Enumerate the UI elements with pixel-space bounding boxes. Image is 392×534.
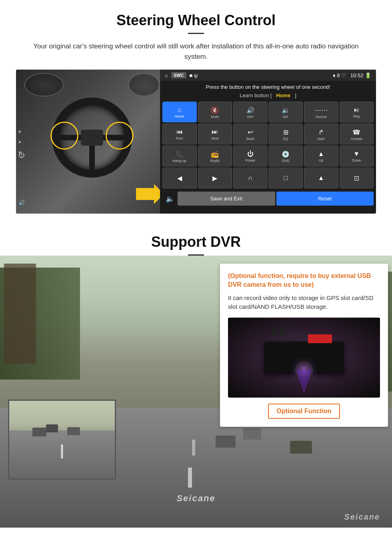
save-exit-button[interactable]: Save and Exit <box>178 192 275 206</box>
swc-button-grid: ⌂ Home 🔇 Mute 🔊 Vol+ 🔉 Vol- ⋯⋯ Sour <box>160 102 376 190</box>
volup-icon: 🔊 <box>246 106 254 114</box>
btn-next[interactable]: ⏭ Next <box>198 124 232 144</box>
btn-power-label: Power <box>245 158 256 162</box>
btn-volup[interactable]: 🔊 Vol+ <box>233 102 268 122</box>
power-icon: ⏻ <box>18 152 25 159</box>
header-icons: ■ ψ <box>190 72 198 78</box>
dvr-description: It can record video only to storage in G… <box>228 294 380 312</box>
swc-bottom-bar: 🔈 Save and Exit Reset <box>162 192 374 206</box>
btn-power[interactable]: ⏻ Power <box>233 146 268 166</box>
navi-icon: ↱ <box>318 128 324 136</box>
power-btn-icon: ⏻ <box>247 150 254 158</box>
swc-prompt: Press the button on the steering wheel o… <box>160 81 376 92</box>
btn-r1[interactable]: ◀ <box>162 168 197 188</box>
btn-source-label: Source <box>315 115 327 119</box>
swc-logo: SWC <box>171 72 186 78</box>
status-icons: ♦ 8 ♡ 10:52 🔋 <box>333 72 371 78</box>
btn-up[interactable]: ▲ Up <box>304 146 338 166</box>
btn-eq[interactable]: ⊞ EQ <box>269 124 303 144</box>
btn-home[interactable]: ⌂ Home <box>162 102 197 122</box>
btn-voldown[interactable]: 🔉 Vol- <box>269 102 303 122</box>
mute-icon: 🔇 <box>211 106 219 114</box>
r4-icon: □ <box>284 174 288 182</box>
source-icon: ⋯⋯ <box>315 106 328 114</box>
learn-value: Home <box>276 92 290 98</box>
home-btn-icon: ⌂ <box>178 106 182 114</box>
volume-left-icon: 🔈 <box>162 192 178 206</box>
back-icon: ↩ <box>248 128 253 136</box>
btn-prev[interactable]: ⏮ Prev <box>162 124 197 144</box>
btn-volup-label: Vol+ <box>247 115 254 119</box>
r5-icon: ▲ <box>318 174 324 182</box>
up-icon: ▲ <box>318 150 324 158</box>
btn-voldown-label: Vol- <box>282 115 289 119</box>
swc-learn-row: Learn button [ Home ] <box>160 92 376 102</box>
swc-photo: ••• ⏻ 🔊 <box>16 70 168 214</box>
btn-mute-label: Mute <box>211 115 219 119</box>
r1-icon: ◀ <box>177 174 182 182</box>
sw-highlight-right <box>106 122 134 150</box>
btn-radio[interactable]: 📻 Radio <box>198 146 232 166</box>
btn-play-label: Play <box>353 114 360 118</box>
dvr-camera-image <box>228 318 380 398</box>
swc-composite: ••• ⏻ 🔊 ⌂ SWC ■ ψ ♦ 8 ♡ 10:52 <box>16 70 376 214</box>
seicane-brand-1: Seicane <box>176 493 215 503</box>
btn-r2[interactable]: ▶ <box>198 168 232 188</box>
btn-navi[interactable]: ↱ Navi <box>304 124 338 144</box>
reset-button[interactable]: Reset <box>276 192 374 206</box>
btn-eq-label: EQ <box>283 137 288 141</box>
btn-hangup-label: Hang-up <box>172 159 186 163</box>
btn-back[interactable]: ↩ Back <box>233 124 268 144</box>
btn-up-label: Up <box>319 158 324 162</box>
btn-source[interactable]: ⋯⋯ Source <box>304 102 338 122</box>
battery-icon: 🔋 <box>365 72 371 78</box>
btn-prev-label: Prev <box>176 136 183 140</box>
btn-r4[interactable]: □ <box>269 168 303 188</box>
dvr-title: Support DVR <box>0 234 392 250</box>
btn-home-label: Home <box>175 114 184 118</box>
btn-dvd[interactable]: 💿 DVD <box>269 146 303 166</box>
btn-down[interactable]: ▼ Down <box>340 146 374 166</box>
dvr-info-panel: (Optional function, require to buy exter… <box>220 264 388 427</box>
swc-photo-inner: ••• ⏻ 🔊 <box>16 70 168 214</box>
learn-prefix: Learn button [ <box>240 92 272 98</box>
swc-header-left: ⌂ SWC ■ ψ <box>165 72 198 78</box>
answer-icon: ☎ <box>352 128 360 136</box>
eq-icon: ⊞ <box>283 128 288 136</box>
btn-dvd-label: DVD <box>282 159 290 163</box>
btn-play[interactable]: ⏯ Play <box>340 102 374 122</box>
btn-r3[interactable]: ∩ <box>233 168 268 188</box>
r3-icon: ∩ <box>248 174 253 182</box>
dvr-section: Support DVR <box>0 222 392 528</box>
title-divider <box>188 33 204 34</box>
btn-r5[interactable]: ▲ <box>304 168 338 188</box>
play-icon: ⏯ <box>353 106 360 114</box>
btn-r6[interactable]: ⊡ <box>340 168 374 188</box>
r2-icon: ▶ <box>212 174 217 182</box>
btn-answer-label: Answer <box>350 137 362 141</box>
btn-navi-label: Navi <box>318 137 325 141</box>
clock-display: 10:52 <box>350 72 364 78</box>
down-icon: ▼ <box>353 150 360 158</box>
seicane-watermark-1: Seicane <box>176 493 215 504</box>
dvd-icon: 💿 <box>282 150 290 158</box>
hangup-icon: 📞 <box>176 150 184 158</box>
home-icon: ⌂ <box>165 72 168 78</box>
swc-ui-header: ⌂ SWC ■ ψ ♦ 8 ♡ 10:52 🔋 <box>160 70 376 81</box>
btn-down-label: Down <box>352 158 361 162</box>
r6-icon: ⊡ <box>354 174 359 182</box>
sw-highlight-left <box>50 122 78 150</box>
btn-mute[interactable]: 🔇 Mute <box>198 102 232 122</box>
dvr-optional-text: (Optional function, require to buy exter… <box>228 272 380 290</box>
optional-function-badge: Optional Function <box>268 404 340 419</box>
page-title: Steering Wheel Control <box>16 12 376 29</box>
dvr-inset-screenshot <box>8 400 116 480</box>
radio-icon: 📻 <box>211 150 219 158</box>
optional-function-badge-container: Optional Function <box>228 404 380 419</box>
btn-answer[interactable]: ☎ Answer <box>340 124 374 144</box>
next-icon: ⏭ <box>212 128 218 136</box>
swc-section: Steering Wheel Control Your original car… <box>0 0 392 222</box>
btn-hangup[interactable]: 📞 Hang-up <box>162 146 197 166</box>
swc-subtitle: Your original car's steering wheel contr… <box>32 41 360 62</box>
btn-radio-label: Radio <box>210 159 220 163</box>
